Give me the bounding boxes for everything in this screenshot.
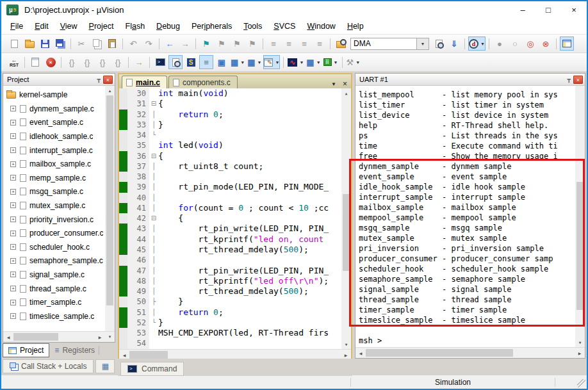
- tab-registers[interactable]: ≡ Registers: [49, 343, 104, 357]
- expand-icon[interactable]: +: [10, 272, 16, 277]
- project-tree[interactable]: kernel-sample +dynmem_sample.c+event_sam…: [3, 86, 115, 331]
- close-button[interactable]: ×: [561, 1, 587, 18]
- scroll-right-icon[interactable]: ▶: [95, 332, 105, 343]
- tree-item[interactable]: +event_sample.c: [5, 116, 104, 130]
- resize-grip[interactable]: [577, 379, 585, 387]
- scroll-up-icon[interactable]: ▲: [105, 86, 115, 95]
- tab-list-icon[interactable]: ▼: [331, 81, 336, 87]
- navigate-back-button[interactable]: ←: [163, 37, 177, 51]
- toolbox-dropdown-icon[interactable]: ▼: [355, 60, 360, 65]
- scroll-down-icon[interactable]: ▼: [575, 337, 585, 347]
- expand-icon[interactable]: +: [10, 216, 16, 222]
- tree-item[interactable]: +scheduler_hook.c: [5, 240, 104, 254]
- menu-peripherals[interactable]: Peripherals: [186, 19, 238, 33]
- disassembly-window-button[interactable]: [168, 55, 183, 69]
- memory-window-button[interactable]: ▦▼: [247, 55, 262, 69]
- find-button[interactable]: [432, 37, 446, 51]
- scrollbar-thumb[interactable]: [576, 182, 584, 310]
- menu-window[interactable]: Window: [301, 19, 341, 33]
- save-all-button[interactable]: [53, 37, 67, 51]
- save-button[interactable]: [38, 37, 52, 51]
- toggle-breakpoint-button[interactable]: ●: [493, 37, 507, 51]
- serial-windows-dropdown-icon[interactable]: ▼: [275, 60, 279, 65]
- scrollbar-thumb[interactable]: [366, 349, 513, 357]
- symbol-window-button[interactable]: S: [184, 55, 198, 69]
- scrollbar-thumb[interactable]: [13, 333, 58, 341]
- uart-vertical-scrollbar[interactable]: ▼: [575, 86, 585, 347]
- watch-window-dropdown-icon[interactable]: ▼: [240, 60, 245, 65]
- system-viewer-dropdown-icon[interactable]: ▼: [316, 60, 321, 65]
- pin-icon[interactable]: ┳: [568, 76, 571, 83]
- tree-item[interactable]: +msgq_sample.c: [5, 185, 104, 199]
- scrollbar-thumb[interactable]: [343, 194, 350, 271]
- navigate-forward-button[interactable]: →: [178, 37, 192, 51]
- menu-svcs[interactable]: SVCS: [268, 19, 301, 33]
- step-over-button[interactable]: {}: [80, 55, 94, 69]
- scroll-down-icon[interactable]: ▼: [341, 339, 351, 349]
- expand-icon[interactable]: +: [10, 231, 16, 236]
- start-stop-debug-dropdown-icon[interactable]: ▼: [480, 42, 485, 46]
- project-root-node[interactable]: kernel-sample: [5, 88, 104, 102]
- fold-marker[interactable]: ⊟: [149, 99, 158, 109]
- scrollbar-thumb[interactable]: [129, 351, 168, 359]
- command-window-button[interactable]: >: [153, 55, 167, 69]
- open-file-button[interactable]: [22, 37, 37, 51]
- tree-item[interactable]: +thread_sample.c: [5, 282, 104, 296]
- expand-icon[interactable]: +: [10, 286, 16, 291]
- watch-window-button[interactable]: ▦▼: [230, 55, 245, 69]
- comment-button[interactable]: ≡: [297, 37, 311, 51]
- analysis-windows-dropdown-icon[interactable]: ▼: [299, 60, 304, 65]
- new-file-button[interactable]: [7, 37, 21, 51]
- show-next-statement-button[interactable]: [28, 55, 42, 69]
- reset-button[interactable]: ←RST: [7, 55, 21, 69]
- toggle-bookmark-button[interactable]: ⚑: [199, 37, 213, 51]
- tree-item[interactable]: +mailbox_sample.c: [5, 157, 104, 171]
- menu-project[interactable]: Project: [83, 19, 120, 33]
- expand-icon[interactable]: +: [10, 120, 16, 126]
- fold-marker[interactable]: ⊟: [149, 213, 158, 223]
- indent-button[interactable]: ≡: [266, 37, 281, 51]
- tree-item[interactable]: +timeslice_sample.c: [5, 309, 104, 323]
- system-viewer-button[interactable]: ▦▼: [306, 55, 321, 69]
- expand-icon[interactable]: +: [10, 244, 16, 250]
- tree-item[interactable]: +mutex_sample.c: [5, 199, 104, 213]
- run-to-cursor-button[interactable]: {}: [111, 55, 125, 69]
- expand-icon[interactable]: +: [10, 313, 16, 319]
- toolbox-button[interactable]: ⚒▼: [346, 55, 361, 69]
- menu-flash[interactable]: Flash: [120, 19, 151, 33]
- serial-windows-button[interactable]: ✎▼: [263, 55, 280, 69]
- expand-icon[interactable]: +: [10, 161, 16, 167]
- tree-item[interactable]: +signal_sample.c: [5, 268, 104, 282]
- tab-memory-window[interactable]: ▦: [95, 359, 115, 373]
- step-button[interactable]: {}: [65, 55, 79, 69]
- copy-button[interactable]: [90, 37, 104, 51]
- find-combo[interactable]: ▼: [350, 38, 429, 50]
- scroll-right-icon[interactable]: ▶: [575, 348, 585, 359]
- menu-debug[interactable]: Debug: [151, 19, 186, 33]
- uart-horizontal-scrollbar[interactable]: ◀ ▶: [355, 347, 585, 358]
- scroll-left-icon[interactable]: ◀: [355, 348, 366, 359]
- peripherals-button[interactable]: ⠿▼: [323, 55, 339, 69]
- tree-item[interactable]: +producer_consumer.c: [5, 226, 104, 240]
- find-in-files-button[interactable]: [334, 37, 348, 51]
- incremental-find-button[interactable]: ⇓: [447, 37, 461, 51]
- menu-help[interactable]: Help: [341, 19, 370, 33]
- expand-icon[interactable]: +: [10, 133, 16, 139]
- tree-item[interactable]: +semaphore_sample.c: [5, 254, 104, 268]
- menu-view[interactable]: View: [54, 19, 83, 33]
- next-bookmark-button[interactable]: ⚑: [230, 37, 244, 51]
- fold-marker[interactable]: ⊟: [149, 151, 158, 161]
- menu-edit[interactable]: Edit: [29, 19, 54, 33]
- scroll-left-icon[interactable]: ◀: [3, 332, 13, 343]
- expand-icon[interactable]: +: [10, 300, 16, 305]
- cut-button[interactable]: ✂: [74, 37, 88, 51]
- menu-tools[interactable]: Tools: [238, 19, 268, 33]
- scroll-down-icon[interactable]: ▼: [105, 332, 115, 343]
- previous-bookmark-button[interactable]: ⚑: [215, 37, 229, 51]
- tab-command[interactable]: > Command: [120, 362, 184, 376]
- editor-vertical-scrollbar[interactable]: ▲ ▼: [341, 88, 351, 349]
- peripherals-dropdown-icon[interactable]: ▼: [334, 60, 338, 65]
- analysis-windows-button[interactable]: ∿▼: [287, 55, 304, 69]
- expand-icon[interactable]: +: [10, 175, 16, 181]
- clear-bookmarks-button[interactable]: ⚑: [245, 37, 259, 51]
